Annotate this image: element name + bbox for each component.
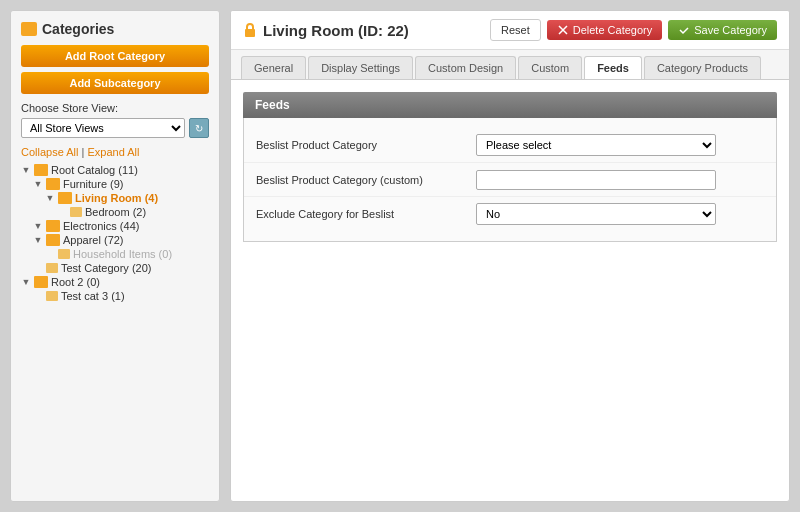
category-tree: ▼ Root Catalog (11) ▼ Furniture (9) ▼ Li… bbox=[21, 163, 209, 303]
save-category-button[interactable]: Save Category bbox=[668, 20, 777, 40]
label-beslist-product-category: Beslist Product Category bbox=[256, 139, 476, 151]
tree-toggle-furniture: ▼ bbox=[33, 179, 43, 189]
tree-label-test-cat3: Test cat 3 (1) bbox=[61, 290, 125, 302]
tree-label-test-category: Test Category (20) bbox=[61, 262, 151, 274]
tree-label-electronics: Electronics (44) bbox=[63, 220, 139, 232]
save-icon bbox=[678, 24, 690, 36]
tab-custom-design[interactable]: Custom Design bbox=[415, 56, 516, 79]
tree-item-electronics[interactable]: ▼ Electronics (44) bbox=[33, 219, 209, 233]
tree-folder-icon-household-items bbox=[58, 249, 70, 259]
tree-item-furniture[interactable]: ▼ Furniture (9) bbox=[33, 177, 209, 191]
tree-label-living-room: Living Room (4) bbox=[75, 192, 158, 204]
tree-folder-icon-apparel bbox=[46, 234, 60, 246]
page-title-text: Living Room (ID: 22) bbox=[263, 22, 409, 39]
tree-toggle-household-items bbox=[45, 249, 55, 259]
select-exclude-category[interactable]: No Yes bbox=[476, 203, 716, 225]
tree-item-root2[interactable]: ▼ Root 2 (0) bbox=[21, 275, 209, 289]
tabs-bar: General Display Settings Custom Design C… bbox=[231, 50, 789, 80]
store-view-select[interactable]: All Store Views bbox=[21, 118, 185, 138]
tree-item-root-catalog[interactable]: ▼ Root Catalog (11) bbox=[21, 163, 209, 177]
tab-category-products[interactable]: Category Products bbox=[644, 56, 761, 79]
tree-toggle-root-catalog: ▼ bbox=[21, 165, 31, 175]
panel-title: Categories bbox=[21, 21, 209, 37]
tree-toggle-root2: ▼ bbox=[21, 277, 31, 287]
feeds-section-header: Feeds bbox=[243, 92, 777, 118]
tree-folder-icon-furniture bbox=[46, 178, 60, 190]
tree-toggle-bedroom bbox=[57, 207, 67, 217]
tree-label-household-items: Household Items (0) bbox=[73, 248, 172, 260]
tree-item-test-category[interactable]: Test Category (20) bbox=[33, 261, 209, 275]
header-buttons: Reset Delete Category Save Category bbox=[490, 19, 777, 41]
form-row-beslist-product-category-custom: Beslist Product Category (custom) bbox=[244, 163, 776, 197]
tree-folder-icon-test-category bbox=[46, 263, 58, 273]
lock-icon bbox=[243, 22, 257, 38]
tree-folder-icon-living-room bbox=[58, 192, 72, 204]
tree-item-household-items[interactable]: Household Items (0) bbox=[45, 247, 209, 261]
tree-folder-icon-test-cat3 bbox=[46, 291, 58, 301]
tree-folder-icon-root-catalog bbox=[34, 164, 48, 176]
page-title: Living Room (ID: 22) bbox=[243, 22, 409, 39]
control-beslist-product-category-custom bbox=[476, 170, 764, 190]
refresh-button[interactable]: ↻ bbox=[189, 118, 209, 138]
tree-toggle-test-category bbox=[33, 263, 43, 273]
tree-folder-icon-root2 bbox=[34, 276, 48, 288]
form-row-exclude-category: Exclude Category for Beslist No Yes bbox=[244, 197, 776, 231]
right-content: Feeds Beslist Product Category Please se… bbox=[231, 80, 789, 254]
tree-label-root2: Root 2 (0) bbox=[51, 276, 100, 288]
tree-label-bedroom: Bedroom (2) bbox=[85, 206, 146, 218]
tree-toggle-test-cat3 bbox=[33, 291, 43, 301]
tree-item-bedroom[interactable]: Bedroom (2) bbox=[57, 205, 209, 219]
svg-rect-0 bbox=[245, 29, 255, 37]
left-panel: Categories Add Root Category Add Subcate… bbox=[10, 10, 220, 502]
store-view-label: Choose Store View: bbox=[21, 102, 209, 114]
delete-category-button[interactable]: Delete Category bbox=[547, 20, 663, 40]
tab-custom[interactable]: Custom bbox=[518, 56, 582, 79]
tree-label-apparel: Apparel (72) bbox=[63, 234, 124, 246]
tab-display-settings[interactable]: Display Settings bbox=[308, 56, 413, 79]
input-beslist-product-category-custom[interactable] bbox=[476, 170, 716, 190]
tab-general[interactable]: General bbox=[241, 56, 306, 79]
tree-item-living-room[interactable]: ▼ Living Room (4) bbox=[45, 191, 209, 205]
label-beslist-product-category-custom: Beslist Product Category (custom) bbox=[256, 174, 476, 186]
tree-item-test-cat3[interactable]: Test cat 3 (1) bbox=[33, 289, 209, 303]
tree-label-furniture: Furniture (9) bbox=[63, 178, 124, 190]
right-header: Living Room (ID: 22) Reset Delete Catego… bbox=[231, 11, 789, 50]
add-root-category-button[interactable]: Add Root Category bbox=[21, 45, 209, 67]
tree-toggle-living-room: ▼ bbox=[45, 193, 55, 203]
tree-label-root-catalog: Root Catalog (11) bbox=[51, 164, 138, 176]
panel-title-text: Categories bbox=[42, 21, 114, 37]
categories-folder-icon bbox=[21, 22, 37, 36]
tree-folder-icon-bedroom bbox=[70, 207, 82, 217]
tree-folder-icon-electronics bbox=[46, 220, 60, 232]
control-beslist-product-category: Please select bbox=[476, 134, 764, 156]
feeds-section-body: Beslist Product Category Please select B… bbox=[243, 118, 777, 242]
select-beslist-product-category[interactable]: Please select bbox=[476, 134, 716, 156]
tree-toggle-apparel: ▼ bbox=[33, 235, 43, 245]
form-row-beslist-product-category: Beslist Product Category Please select bbox=[244, 128, 776, 163]
collapse-all-link[interactable]: Collapse All bbox=[21, 146, 78, 158]
label-exclude-category: Exclude Category for Beslist bbox=[256, 208, 476, 220]
store-view-select-wrap: All Store Views ↻ bbox=[21, 118, 209, 138]
expand-all-link[interactable]: Expand All bbox=[87, 146, 139, 158]
right-panel: Living Room (ID: 22) Reset Delete Catego… bbox=[230, 10, 790, 502]
tree-toggle-electronics: ▼ bbox=[33, 221, 43, 231]
collapse-expand-bar: Collapse All | Expand All bbox=[21, 146, 209, 158]
add-subcategory-button[interactable]: Add Subcategory bbox=[21, 72, 209, 94]
delete-icon bbox=[557, 24, 569, 36]
tree-item-apparel[interactable]: ▼ Apparel (72) bbox=[33, 233, 209, 247]
tab-feeds[interactable]: Feeds bbox=[584, 56, 642, 79]
control-exclude-category: No Yes bbox=[476, 203, 764, 225]
reset-button[interactable]: Reset bbox=[490, 19, 541, 41]
